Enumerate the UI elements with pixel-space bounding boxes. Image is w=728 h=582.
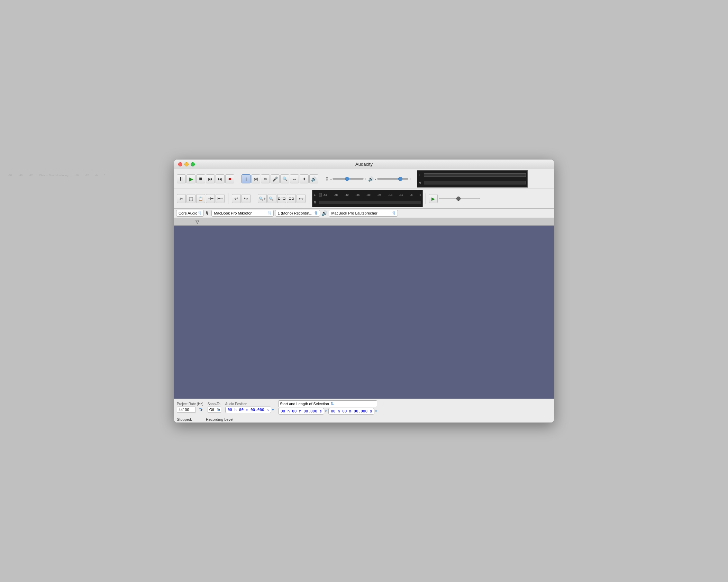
mic-tool-button[interactable]: 🎤 bbox=[271, 174, 280, 183]
input-channel-l: L bbox=[419, 173, 423, 177]
selection-start-arrow[interactable]: ▾ bbox=[325, 409, 327, 413]
zoom-out-button[interactable]: 🔍- bbox=[267, 194, 276, 203]
host-label: Core Audio bbox=[179, 211, 197, 215]
project-rate-select[interactable]: 44100 bbox=[177, 407, 196, 413]
paste-button[interactable]: 📋 bbox=[196, 194, 205, 203]
output-meter[interactable]: L -54-48-42-36-30-24-18-12-60 R bbox=[312, 190, 423, 207]
project-rate-label: Project Rate (Hz) bbox=[177, 402, 203, 406]
selection-mode-select[interactable]: Start and Length of Selection ⇅ bbox=[278, 400, 377, 407]
device-bar: Core Audio ⇅ 🎙 MacBook Pro Mikrofon ⇅ 1 … bbox=[174, 209, 554, 218]
selection-end-display: 00 h 00 m 00.000 s ▾ bbox=[328, 408, 377, 415]
output-vol-area: 🔊 - + bbox=[368, 176, 411, 182]
output-channel-l: L bbox=[314, 193, 318, 197]
channels-label: 1 (Mono) Recordin... bbox=[277, 211, 313, 215]
audio-position-value: 00 h 00 m 00.000 s bbox=[225, 407, 271, 413]
edit-group: ✂ ⬚ 📋 ⊣⊢ ⊢⊣ bbox=[176, 194, 225, 203]
application-window: Audacity ⏸ ▶ ■ ⏮ ⏭ ● I ⋈ ✏ 🎤 🔍 ↔ ✦ 🔊 🎙 bbox=[174, 159, 554, 423]
multi-tool-button[interactable]: ✦ bbox=[300, 174, 309, 183]
sep-3 bbox=[414, 174, 414, 184]
play-speed-track bbox=[439, 198, 480, 199]
input-meter[interactable]: L -54-48-42Click to Start Monitoring-18-… bbox=[417, 170, 528, 188]
play-button[interactable]: ▶ bbox=[186, 174, 195, 183]
bottom-bar: Project Rate (Hz) 44100 ⇅ Snap-To Off ⇅ … bbox=[174, 399, 554, 416]
track-area[interactable] bbox=[174, 226, 554, 399]
zoom-tool-button[interactable]: 🔍 bbox=[280, 174, 289, 183]
ruler-inner: 0,0 1,0 2,0 3,0 4,0 bbox=[174, 218, 554, 225]
trim-button[interactable]: ⊣⊢ bbox=[206, 194, 215, 203]
output-vol-thumb[interactable] bbox=[398, 177, 402, 181]
zoom-toggle-button[interactable]: ⟷ bbox=[297, 194, 306, 203]
input-channel-r: R bbox=[419, 181, 423, 184]
selection-times: 00 h 00 m 00.000 s ▾ 00 h 00 m 00.000 s … bbox=[278, 408, 377, 415]
redo-button[interactable]: ↪ bbox=[242, 194, 251, 203]
fit-selection-button[interactable]: ⊏◻⊐ bbox=[277, 194, 286, 203]
stop-button[interactable]: ■ bbox=[196, 174, 205, 183]
channels-select[interactable]: 1 (Mono) Recordin... ⇅ bbox=[275, 210, 320, 217]
maximize-button[interactable] bbox=[191, 162, 195, 166]
host-arrow: ⇅ bbox=[198, 211, 201, 216]
input-gain-area: 🎙 - + bbox=[325, 176, 367, 182]
zoom-in-button[interactable]: 🔍+ bbox=[258, 194, 267, 203]
envelope-tool-button[interactable]: ⋈ bbox=[251, 174, 260, 183]
fit-project-button[interactable]: ⊏⊐ bbox=[287, 194, 296, 203]
selection-mode-arrow: ⇅ bbox=[330, 401, 334, 406]
traffic-lights bbox=[178, 162, 195, 166]
sep-5 bbox=[254, 193, 254, 204]
skip-forward-button[interactable]: ⏭ bbox=[216, 174, 225, 183]
audio-position-display: 00 h 00 m 00.000 s ▾ bbox=[225, 407, 274, 413]
audio-position-section: Audio Position 00 h 00 m 00.000 s ▾ bbox=[225, 402, 274, 413]
snap-to-section: Snap-To Off ⇅ bbox=[208, 402, 221, 413]
record-button[interactable]: ● bbox=[225, 174, 234, 183]
ruler-marks: 0,0 1,0 2,0 3,0 4,0 bbox=[197, 218, 554, 225]
window-title: Audacity bbox=[355, 162, 373, 167]
input-mic-icon: 🎙 bbox=[205, 210, 210, 216]
toolbar-row-2: ✂ ⬚ 📋 ⊣⊢ ⊢⊣ ↩ ↪ 🔍+ 🔍- ⊏◻⊐ ⊏⊐ ⟷ L bbox=[174, 189, 554, 209]
play-speed-thumb[interactable] bbox=[456, 197, 461, 201]
output-meter-l bbox=[319, 193, 322, 197]
select-tool-button[interactable]: I bbox=[242, 174, 251, 183]
input-meter-l bbox=[424, 173, 526, 177]
input-gain-thumb[interactable] bbox=[345, 177, 349, 181]
playback-cursor: ▽ bbox=[195, 219, 199, 224]
snap-to-select[interactable]: Off bbox=[208, 407, 221, 413]
sep-6 bbox=[309, 193, 309, 204]
speaker-tool-button[interactable]: 🔊 bbox=[309, 174, 318, 183]
draw-tool-button[interactable]: ✏ bbox=[261, 174, 270, 183]
pause-button[interactable]: ⏸ bbox=[177, 174, 186, 183]
undo-button[interactable]: ↩ bbox=[232, 194, 241, 203]
selection-start-value: 00 h 00 m 00.000 s bbox=[278, 408, 324, 415]
output-vol-track bbox=[377, 178, 408, 180]
status-bar: Stopped. Recording Level bbox=[174, 416, 554, 422]
play-speed-area: ▶ bbox=[429, 194, 480, 203]
audio-position-label: Audio Position bbox=[225, 402, 274, 406]
close-button[interactable] bbox=[178, 162, 182, 166]
snap-to-select-wrapper: Off ⇅ bbox=[208, 407, 221, 413]
copy-button[interactable]: ⬚ bbox=[186, 194, 195, 203]
selection-end-arrow[interactable]: ▾ bbox=[375, 409, 377, 413]
speaker-icon: 🔊 bbox=[368, 176, 374, 182]
input-gain-minus: - bbox=[330, 177, 331, 181]
selection-section: Start and Length of Selection ⇅ 00 h 00 … bbox=[278, 400, 377, 415]
sep-4 bbox=[228, 193, 228, 204]
mic-icon: 🎙 bbox=[325, 176, 329, 182]
output-device-select[interactable]: MacBook Pro Lautsprecher ⇅ bbox=[329, 210, 398, 217]
audio-position-arrow[interactable]: ▾ bbox=[272, 408, 274, 412]
output-vol-minus: - bbox=[375, 177, 376, 181]
output-device-arrow: ⇅ bbox=[392, 211, 395, 216]
skip-back-button[interactable]: ⏮ bbox=[206, 174, 215, 183]
play-at-speed-button[interactable]: ▶ bbox=[429, 194, 438, 203]
cut-button[interactable]: ✂ bbox=[177, 194, 186, 203]
toolbar-row-1: ⏸ ▶ ■ ⏮ ⏭ ● I ⋈ ✏ 🎤 🔍 ↔ ✦ 🔊 🎙 - + bbox=[174, 169, 554, 189]
input-gain-track bbox=[333, 178, 364, 180]
silence-button[interactable]: ⊢⊣ bbox=[216, 194, 225, 203]
input-device-arrow: ⇅ bbox=[268, 211, 271, 216]
minimize-button[interactable] bbox=[184, 162, 189, 166]
input-device-select[interactable]: MacBook Pro Mikrofon ⇅ bbox=[211, 210, 274, 217]
project-rate-section: Project Rate (Hz) 44100 ⇅ bbox=[177, 402, 203, 413]
input-gain-plus: + bbox=[365, 177, 367, 181]
selection-mode-label: Start and Length of Selection bbox=[280, 402, 329, 406]
timeline-ruler: ▽ 0,0 1,0 2,0 3,0 bbox=[174, 218, 554, 226]
sep-1 bbox=[238, 174, 238, 184]
timeshift-tool-button[interactable]: ↔ bbox=[290, 174, 299, 183]
host-select[interactable]: Core Audio ⇅ bbox=[176, 210, 204, 217]
